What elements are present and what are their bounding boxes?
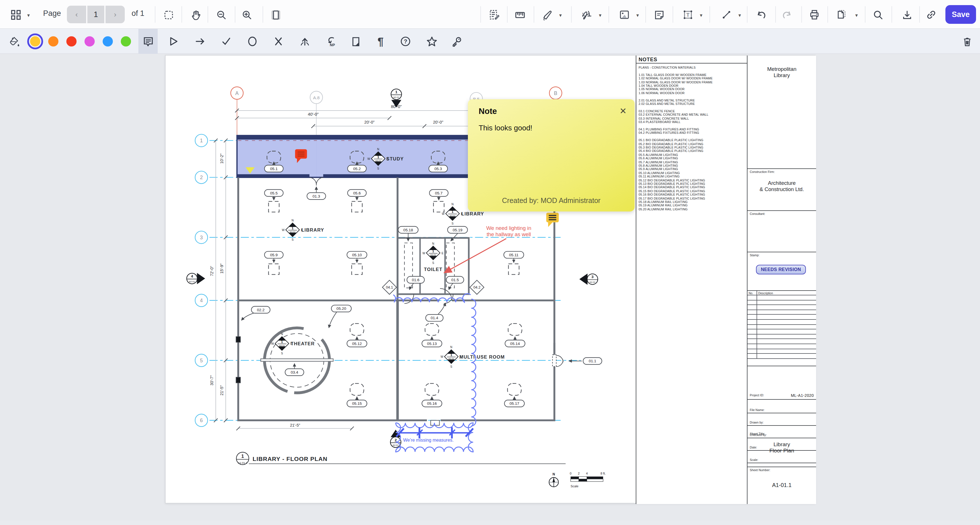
redo-icon[interactable]	[778, 6, 796, 24]
save-button[interactable]: Save	[945, 5, 976, 24]
select-marquee-icon[interactable]	[159, 6, 178, 24]
annotation-toolbar: NP ¶ ?	[0, 29, 980, 54]
line-tool-caret-icon[interactable]: ▾	[738, 13, 741, 18]
notes-line	[639, 135, 746, 138]
svg-text:4: 4	[191, 274, 193, 278]
yellow-note-marker-icon[interactable]	[546, 213, 558, 227]
svg-text:A: A	[235, 91, 239, 96]
scale-bar: 0 2 4 8 ft. Scale	[570, 472, 606, 488]
link-icon[interactable]	[922, 6, 940, 24]
highlighter-caret-icon[interactable]: ▾	[559, 13, 562, 18]
svg-text:05.2: 05.2	[353, 167, 361, 171]
missing-measures-annotation[interactable]: We’re missing measures.	[396, 427, 473, 442]
thumbnails-icon[interactable]	[7, 6, 25, 24]
notes-title: NOTES	[636, 56, 747, 64]
page-input[interactable]	[86, 6, 105, 23]
close-icon[interactable]: ✕	[620, 106, 627, 116]
help-circle-icon[interactable]: ?	[397, 33, 414, 50]
notes-line: 1.06 NORMAL WOODEN DOOR	[639, 91, 746, 95]
note-tool-selected[interactable]	[138, 29, 158, 54]
fill-color-icon[interactable]	[6, 33, 23, 50]
note-popup[interactable]: Note ✕ This looks good! Created by: MOD …	[468, 99, 635, 212]
undo-icon[interactable]	[752, 6, 771, 24]
svg-text:A.8: A.8	[313, 95, 320, 100]
shape-circle-icon[interactable]	[244, 33, 261, 50]
print-icon[interactable]	[805, 6, 824, 24]
svg-text:TOILET: TOILET	[424, 267, 442, 272]
shape-arrow-icon[interactable]	[192, 33, 209, 50]
search-icon[interactable]	[869, 6, 887, 24]
revision-row	[748, 329, 816, 334]
svg-text:6: 6	[200, 418, 203, 423]
color-swatch-yellow[interactable]	[30, 36, 40, 46]
svg-text:40'-0": 40'-0"	[308, 112, 318, 116]
notes-line: 05.8 ALUMINUM LIGHTING	[639, 164, 746, 167]
svg-text:01.5: 01.5	[451, 278, 459, 282]
svg-text:N: N	[553, 472, 555, 476]
hand-tool-icon[interactable]	[186, 6, 205, 24]
page-note-icon[interactable]	[347, 33, 364, 50]
notes-line: 1.01 TALL GLASS DOOR W/ WOODEN FRAME	[639, 73, 746, 77]
page-prev-button[interactable]: ‹	[67, 6, 86, 23]
download-icon[interactable]	[898, 6, 916, 24]
signature-icon[interactable]: x	[578, 6, 595, 24]
document-canvas[interactable]: 1 A3-01 N E S W	[0, 54, 980, 520]
key-icon[interactable]	[448, 33, 465, 50]
signature-caret-icon[interactable]: ▾	[599, 13, 601, 18]
notes-line: 05.12 BIO DEGRADABLE PLASTIC LIGHTING	[639, 178, 746, 182]
sticky-note-tool-icon[interactable]	[650, 6, 668, 24]
svg-text:05.17: 05.17	[509, 401, 519, 406]
notes-line: 04.1 PLUMBING FIXTURES AND FITTING	[639, 127, 746, 131]
svg-text:10'-2": 10'-2"	[220, 154, 224, 164]
pilcrow-icon[interactable]: ¶	[372, 33, 389, 50]
shape-triangle-icon[interactable]	[165, 33, 182, 50]
svg-text:01.1: 01.1	[589, 359, 597, 363]
svg-text:05.3: 05.3	[434, 167, 442, 171]
text-box-caret-icon[interactable]: ▾	[700, 13, 702, 18]
duplicate-caret-icon[interactable]: ▾	[855, 13, 858, 18]
revision-table	[748, 295, 816, 359]
shape-x-icon[interactable]	[270, 33, 287, 50]
notes-line: 1.05 NORMAL WOODEN DOOR	[639, 88, 746, 91]
notes-line: 05.3 BIO DEGRADABLE PLASTIC LIGHTING	[639, 146, 746, 150]
fit-page-icon[interactable]	[267, 6, 285, 24]
text-box-icon[interactable]: T	[679, 6, 697, 24]
page-label: Page	[43, 9, 61, 18]
thumbnails-caret-icon[interactable]: ▾	[27, 13, 30, 18]
notes-line: 05.11 ALUMINUM LIGHTING	[639, 175, 746, 178]
duplicate-page-icon[interactable]	[832, 6, 850, 24]
trash-icon[interactable]	[958, 33, 975, 50]
svg-text:21'-5": 21'-5"	[220, 385, 224, 395]
image-icon[interactable]	[615, 6, 633, 24]
notes-line	[639, 95, 746, 99]
svg-text:1: 1	[241, 453, 244, 459]
highlighter-icon[interactable]	[538, 6, 556, 24]
color-swatch-magenta[interactable]	[84, 36, 95, 46]
notes-line	[639, 70, 746, 73]
line-tool-icon[interactable]	[718, 6, 735, 24]
zoom-out-icon[interactable]	[212, 6, 230, 24]
np-return-arrow-icon[interactable]: NP	[322, 33, 339, 50]
color-swatch-green[interactable]	[121, 36, 131, 46]
svg-text:04.1: 04.1	[386, 285, 393, 290]
zoom-in-icon[interactable]	[238, 6, 256, 24]
star-icon[interactable]	[423, 33, 440, 50]
svg-text:T: T	[687, 12, 690, 18]
svg-text:1: 1	[395, 90, 397, 94]
color-swatch-red[interactable]	[66, 36, 76, 46]
image-caret-icon[interactable]: ▾	[636, 13, 639, 18]
section-marker-left: 4 A2-01	[186, 273, 205, 284]
color-swatch-blue[interactable]	[103, 36, 113, 46]
note-popup-body[interactable]: This looks good!	[479, 124, 532, 132]
color-swatch-orange[interactable]	[48, 36, 59, 46]
shape-check-icon[interactable]	[218, 33, 235, 50]
note-popup-tail	[245, 167, 255, 173]
page-next-button[interactable]: ›	[105, 6, 125, 23]
form-field-edit-icon[interactable]	[485, 6, 504, 24]
svg-text:B: B	[554, 91, 557, 96]
revision-row	[748, 320, 816, 325]
svg-text:20'-0": 20'-0"	[433, 120, 443, 124]
curve-up-arrow-icon[interactable]	[296, 33, 313, 50]
measure-ruler-icon[interactable]	[511, 6, 529, 24]
needs-revision-stamp[interactable]: NEEDS REVISION	[756, 265, 806, 274]
